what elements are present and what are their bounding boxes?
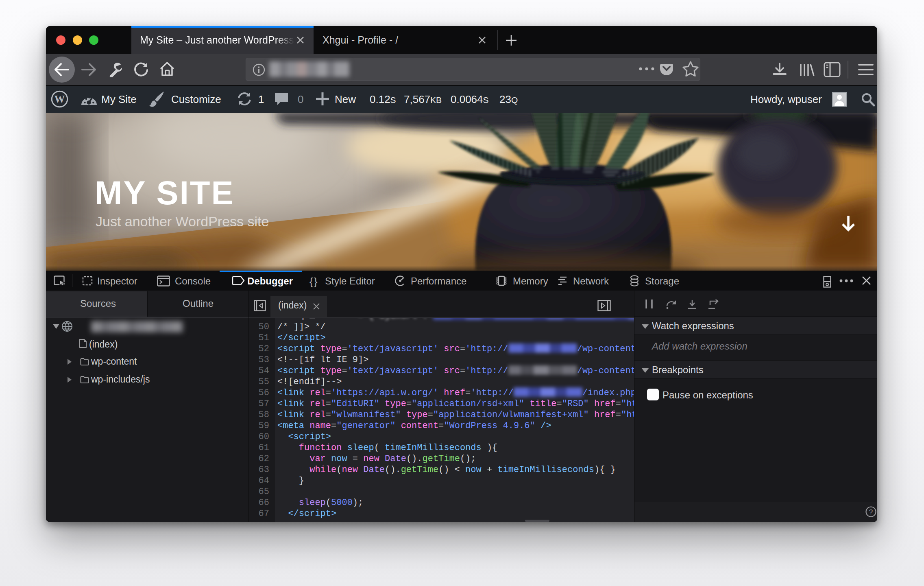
svg-text:?: ? — [869, 508, 873, 516]
svg-text:W: W — [54, 93, 65, 105]
